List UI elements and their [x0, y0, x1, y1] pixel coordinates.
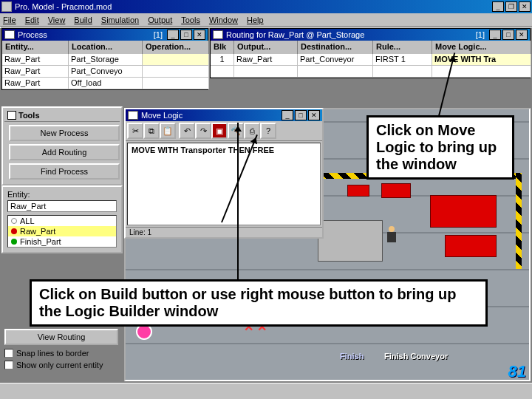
tools-icon: [7, 111, 16, 120]
menubar: File Edit View Build Simulation Output T…: [0, 13, 532, 27]
process-col-location[interactable]: Location...: [69, 41, 143, 54]
app-title: Pro. Model - Pracmod.mod: [15, 2, 112, 11]
movelogic-close[interactable]: ✕: [308, 110, 320, 120]
add-routing-button[interactable]: Add Routing: [9, 144, 120, 160]
routing-cell[interactable]: FIRST 1: [373, 54, 432, 66]
routing-empty[interactable]: [373, 66, 432, 78]
process-col-operation[interactable]: Operation...: [143, 41, 209, 54]
help-icon[interactable]: ?: [260, 123, 276, 139]
routing-empty[interactable]: [298, 66, 373, 78]
routing-col-rule[interactable]: Rule...: [373, 41, 432, 54]
tools-panel: Tools New Process Add Routing Find Proce…: [1, 106, 123, 185]
close-button[interactable]: ✕: [519, 1, 531, 12]
routing-col-destination[interactable]: Destination...: [298, 41, 373, 54]
routing-cell[interactable]: Part_Conveyor: [298, 54, 373, 66]
routing-empty[interactable]: [234, 66, 298, 78]
routing-cell-movelogic[interactable]: MOVE WITH Tra: [432, 54, 531, 66]
process-cell[interactable]: [143, 78, 209, 89]
menu-tools[interactable]: Tools: [181, 16, 200, 24]
menu-window[interactable]: Window: [209, 16, 238, 24]
movelogic-status: Line: 1: [126, 227, 322, 237]
process-close[interactable]: ✕: [194, 30, 205, 40]
entity-item-raw[interactable]: Raw_Part: [8, 226, 116, 236]
entity-item-finish[interactable]: Finish_Part: [8, 236, 116, 247]
routing-index: [1]: [476, 30, 485, 39]
app-icon: [1, 1, 12, 12]
routing-cell[interactable]: 1: [211, 54, 234, 66]
callout-movelogic: Click on Move Logic to bring up the wind…: [366, 115, 514, 180]
routing-titlebar[interactable]: Routing for Raw_Part @ Part_Storage [1] …: [211, 29, 530, 41]
routing-max[interactable]: □: [502, 30, 514, 40]
app-titlebar: Pro. Model - Pracmod.mod _ ❐ ✕: [0, 0, 532, 13]
process-cell[interactable]: Raw_Part: [2, 54, 69, 66]
entity-label: Entity:: [4, 188, 120, 200]
callout-build: Click on Build button or use right mouse…: [30, 279, 488, 327]
redo-icon[interactable]: ↷: [195, 123, 211, 139]
statusbar: [0, 383, 532, 399]
process-max[interactable]: □: [180, 30, 192, 40]
minimize-button[interactable]: _: [492, 1, 504, 12]
find-process-button[interactable]: Find Process: [9, 163, 120, 180]
routing-min[interactable]: _: [489, 30, 501, 40]
menu-edit[interactable]: Edit: [25, 16, 39, 24]
routing-col-movelogic[interactable]: Move Logic...: [432, 41, 531, 54]
movelogic-icon: [128, 111, 138, 120]
routing-cell[interactable]: Raw_Part: [234, 54, 298, 66]
process-cell[interactable]: Raw_Part: [2, 66, 69, 78]
movelogic-max[interactable]: □: [295, 110, 307, 120]
process-min[interactable]: _: [167, 30, 179, 40]
undo-icon[interactable]: ↶: [179, 123, 195, 139]
process-titlebar[interactable]: Process [1] _ □ ✕: [2, 29, 208, 41]
compile-icon[interactable]: ▣: [211, 123, 228, 139]
process-cell[interactable]: Part_Conveyo: [69, 66, 143, 78]
label-finish: Finish: [340, 352, 364, 361]
process-icon: [4, 30, 15, 39]
view-routing-button[interactable]: View Routing: [4, 329, 118, 345]
menu-simulation[interactable]: Simulation: [101, 16, 139, 24]
routing-col-blk[interactable]: Blk: [211, 41, 234, 54]
movelogic-toolbar: ✂ ⧉ 📋 ↶ ↷ ▣ 🔨 ⎙ ?: [126, 121, 322, 141]
tools-title: Tools: [18, 111, 40, 120]
menu-output[interactable]: Output: [148, 16, 172, 24]
routing-title: Routing for Raw_Part @ Part_Storage: [226, 30, 364, 39]
routing-icon: [213, 30, 223, 39]
snap-lines-checkbox[interactable]: Snap lines to border: [1, 347, 123, 359]
movelogic-min[interactable]: _: [282, 110, 293, 120]
lowerleft-panel: View Routing Snap lines to border Show o…: [1, 327, 123, 371]
movelogic-titlebar[interactable]: Move Logic _ □ ✕: [126, 109, 322, 121]
menu-file[interactable]: File: [3, 16, 16, 24]
routing-empty[interactable]: [211, 66, 234, 78]
routing-col-output[interactable]: Output...: [234, 41, 298, 54]
paste-icon[interactable]: 📋: [160, 123, 176, 139]
entity-list[interactable]: ALL Raw_Part Finish_Part: [7, 215, 117, 248]
entity-item-all[interactable]: ALL: [8, 216, 116, 226]
menu-build[interactable]: Build: [74, 16, 92, 24]
cut-icon[interactable]: ✂: [127, 123, 143, 139]
process-index: [1]: [154, 30, 163, 39]
process-cell[interactable]: Raw_Part: [2, 78, 69, 89]
arrow-to-build: [237, 123, 239, 279]
entity-panel: Entity: Raw_Part ALL Raw_Part Finish_Par…: [1, 185, 123, 253]
new-process-button[interactable]: New Process: [9, 125, 120, 141]
label-finish-conveyor: Finish Conveyor: [384, 352, 448, 361]
routing-empty[interactable]: [432, 66, 531, 78]
maximize-button[interactable]: ❐: [505, 1, 517, 12]
process-cell[interactable]: [143, 54, 209, 66]
entity-current[interactable]: Raw_Part: [7, 200, 117, 212]
show-only-current-checkbox[interactable]: Show only current entity: [1, 359, 123, 371]
process-title: Process: [18, 30, 47, 39]
process-cell[interactable]: Part_Storage: [69, 54, 143, 66]
process-col-entity[interactable]: Entity...: [2, 41, 69, 54]
page-number: 81: [508, 362, 526, 381]
routing-close[interactable]: ✕: [516, 30, 528, 40]
movelogic-window[interactable]: Move Logic _ □ ✕ ✂ ⧉ 📋 ↶ ↷ ▣ 🔨 ⎙ ? MOVE …: [124, 108, 324, 239]
copy-icon[interactable]: ⧉: [143, 123, 160, 139]
menu-view[interactable]: View: [48, 16, 66, 24]
process-cell[interactable]: Off_load: [69, 78, 143, 89]
menu-help[interactable]: Help: [247, 16, 264, 24]
movelogic-title: Move Logic: [141, 111, 183, 120]
process-cell[interactable]: [143, 66, 209, 78]
